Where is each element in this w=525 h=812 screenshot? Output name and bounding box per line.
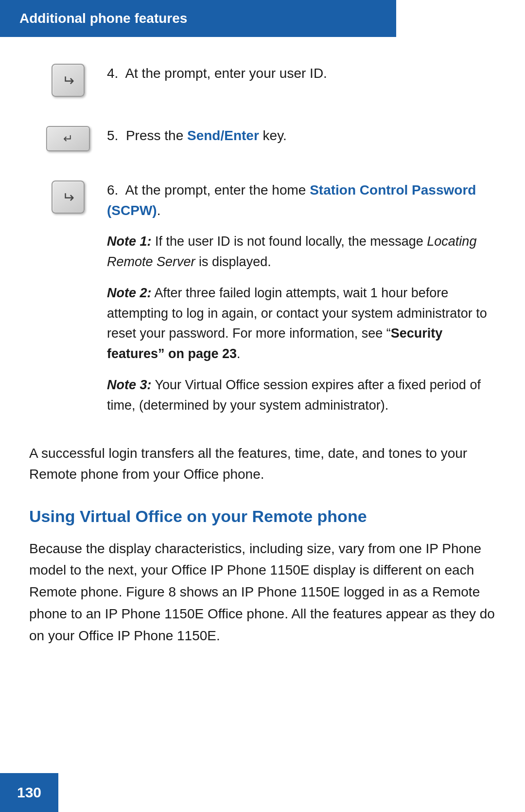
main-content: ↵ 4. At the prompt, enter your user ID. …: [0, 61, 525, 710]
note-3-label: Note 3:: [107, 378, 152, 392]
note-1-label: Note 1:: [107, 234, 152, 249]
send-enter-link: Send/Enter: [187, 128, 259, 143]
step-5-row: ↵ 5. Press the Send/Enter key.: [29, 124, 496, 151]
return-key-icon-2: ↵: [52, 180, 85, 214]
header-bar: Additional phone features: [0, 0, 396, 37]
step-4-icon: ↵: [29, 61, 107, 97]
page-number: 130: [17, 784, 41, 801]
step-6-icon: ↵: [29, 178, 107, 214]
step-5-icon: ↵: [29, 124, 107, 151]
header-title: Additional phone features: [19, 11, 187, 26]
transfer-text: A successful login transfers all the fea…: [29, 443, 496, 485]
send-enter-key-icon: ↵: [46, 126, 90, 151]
return-key-icon-1: ↵: [52, 64, 85, 97]
body-paragraph: Because the display characteristics, inc…: [29, 538, 496, 647]
step-4-row: ↵ 4. At the prompt, enter your user ID.: [29, 61, 496, 97]
step-6-text: 6. At the prompt, enter the home Station…: [107, 178, 496, 416]
step-4-text: 4. At the prompt, enter your user ID.: [107, 61, 496, 84]
step-5-text: 5. Press the Send/Enter key.: [107, 124, 496, 146]
note-2-label: Note 2:: [107, 286, 152, 300]
note-1: Note 1: If the user ID is not found loca…: [107, 232, 496, 272]
section-heading: Using Virtual Office on your Remote phon…: [29, 507, 496, 526]
step-4-number: 4.: [107, 66, 125, 81]
step-5-number: 5.: [107, 128, 126, 143]
step-6-row: ↵ 6. At the prompt, enter the home Stati…: [29, 178, 496, 416]
page-number-block: 130: [0, 773, 58, 812]
note-2: Note 2: After three failed login attempt…: [107, 283, 496, 364]
step-6-number: 6.: [107, 182, 125, 198]
note-3: Note 3: Your Virtual Office session expi…: [107, 375, 496, 416]
